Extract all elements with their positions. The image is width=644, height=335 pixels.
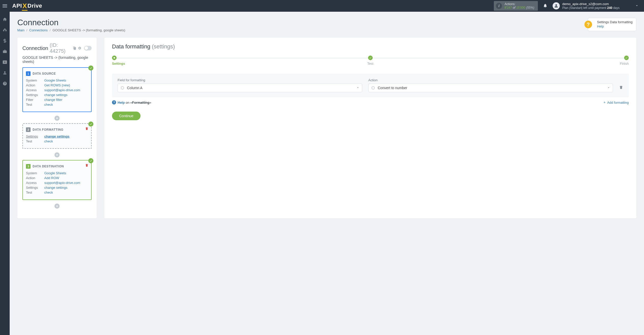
source-system-link[interactable]: Google Sheets	[44, 78, 66, 82]
add-formatting-button[interactable]: Add formatting	[603, 101, 629, 104]
breadcrumb-connections[interactable]: Connections	[29, 28, 48, 32]
source-settings-link[interactable]: change settings	[44, 93, 67, 97]
right-title: Data formatting (settings)	[112, 43, 629, 50]
dest-access-link[interactable]: support@apix-drive.com	[44, 181, 80, 185]
help-inline[interactable]: ? Help on «Formatting»	[112, 100, 151, 104]
svg-rect-0	[3, 30, 4, 31]
add-formatting-label: Add formatting	[607, 101, 629, 104]
logo-drive: Drive	[27, 3, 42, 9]
step-test[interactable]: Test	[367, 56, 373, 65]
card-data-formatting: 2 DATA FORMATTING Settingschange setting…	[22, 123, 92, 149]
video-icon[interactable]	[2, 60, 7, 65]
card-number-1: 1	[26, 71, 31, 76]
remove-row-icon[interactable]	[619, 85, 623, 92]
step-done-dot	[368, 56, 373, 60]
source-action-link[interactable]: Get ROWS (new)	[44, 83, 70, 87]
hamburger-icon	[3, 4, 7, 7]
add-after-destination[interactable]: +	[54, 204, 60, 209]
delete-formatting-icon[interactable]	[85, 127, 89, 131]
card-data-source: 1 DATA SOURCE SystemGoogle Sheets Action…	[22, 67, 92, 112]
connection-toggle[interactable]	[84, 46, 92, 50]
action-value: Convert to number	[378, 86, 407, 90]
delete-destination-icon[interactable]	[85, 164, 89, 168]
field-formatting-label: Field for formatting	[118, 78, 362, 82]
card-number-2: 2	[26, 127, 31, 132]
page-title: Connection	[17, 18, 125, 27]
format-settings-link[interactable]: change settings	[44, 135, 69, 138]
gear-icon[interactable]	[78, 46, 81, 50]
card-source-label: DATA SOURCE	[33, 72, 56, 75]
side-rail	[0, 12, 10, 335]
actions-used: 8'247	[505, 6, 512, 9]
field-formatting-value: Column A	[127, 86, 143, 90]
svg-rect-2	[6, 30, 6, 31]
user-menu[interactable]: demo_apix-drive_s2@com.com Plan |Standar…	[553, 2, 627, 10]
breadcrumb-main[interactable]: Main	[17, 28, 24, 32]
add-after-source[interactable]: +	[54, 116, 60, 121]
user-plan: Plan |Standart| left until payment 240 d…	[562, 6, 620, 10]
step-done-dot	[624, 56, 629, 60]
actions-label: Actions:	[505, 2, 534, 6]
user-email: demo_apix-drive_s2@com.com	[562, 2, 620, 6]
topbar: API X Drive i Actions: 8'247 of 15'000 (…	[0, 0, 644, 12]
info-icon: i	[496, 3, 502, 9]
continue-button[interactable]: Continue	[112, 112, 141, 120]
check-badge-icon	[88, 158, 93, 163]
left-panel: Connection (ID: 44275) GOOGLE SHEETS -> …	[17, 38, 97, 218]
formatting-row: Field for formatting Column A Action Con…	[112, 74, 629, 97]
help-icon[interactable]	[2, 81, 7, 86]
dest-test-link[interactable]: check	[44, 191, 53, 194]
card-data-destination: 3 DATA DESTINATION SystemGoogle Sheets A…	[22, 160, 92, 200]
breadcrumb: Main / Connections / GOOGLE SHEETS -> (f…	[17, 28, 125, 32]
breadcrumb-current: GOOGLE SHEETS -> (formatting, google she…	[52, 28, 125, 32]
sitemap-icon[interactable]	[2, 28, 7, 33]
logo-api: API	[12, 3, 22, 9]
dest-system-link[interactable]: Google Sheets	[44, 171, 66, 175]
help-badge-icon[interactable]: ?	[584, 21, 592, 28]
lp-id: (ID: 44275)	[50, 42, 71, 54]
help-badge-text: Settings Data formatting	[597, 20, 633, 24]
radio-icon	[121, 86, 124, 89]
svg-rect-1	[5, 29, 5, 30]
radio-icon	[372, 86, 375, 89]
user-avatar-icon	[553, 2, 560, 9]
check-badge-icon	[88, 65, 93, 71]
actions-of: of	[512, 6, 516, 9]
actions-pct: (55%)	[526, 6, 534, 9]
actions-counter[interactable]: i Actions: 8'247 of 15'000 (55%)	[494, 1, 538, 11]
user-icon[interactable]	[2, 70, 7, 75]
step-settings[interactable]: Settings	[112, 56, 125, 65]
source-test-link[interactable]: check	[44, 103, 53, 106]
action-label: Action	[368, 78, 613, 82]
actions-total: 15'000	[516, 6, 525, 9]
user-dropdown-chevron[interactable]	[632, 4, 641, 8]
copy-icon[interactable]	[73, 46, 76, 50]
help-word: Help	[118, 101, 125, 104]
question-icon: ?	[112, 100, 116, 104]
format-test-link[interactable]: check	[44, 139, 53, 143]
dest-action-link[interactable]: Add ROW	[44, 176, 59, 180]
source-access-link[interactable]: support@apix-drive.com	[44, 88, 80, 92]
logo-x: X	[22, 2, 27, 11]
action-select[interactable]: Convert to number	[368, 84, 613, 92]
hamburger-menu[interactable]	[0, 0, 10, 12]
chevron-down-icon	[607, 86, 610, 90]
notifications-icon[interactable]	[543, 3, 548, 9]
card-dest-label: DATA DESTINATION	[33, 165, 64, 168]
add-after-formatting[interactable]: +	[54, 152, 60, 157]
lp-title: Connection	[22, 45, 48, 51]
step-finish[interactable]: Finish	[620, 56, 629, 65]
step-current-dot	[112, 56, 117, 60]
logo[interactable]: API X Drive	[10, 2, 45, 10]
right-panel: Data formatting (settings) Settings Test…	[104, 38, 636, 218]
dollar-icon[interactable]	[2, 38, 7, 43]
help-badge-link[interactable]: Help	[597, 24, 604, 28]
check-badge-icon	[88, 122, 93, 127]
briefcase-icon[interactable]	[2, 49, 7, 54]
field-formatting-select[interactable]: Column A	[118, 84, 362, 92]
card-number-3: 3	[26, 164, 31, 169]
lp-subtitle: GOOGLE SHEETS -> (formatting, google she…	[22, 56, 92, 64]
dest-settings-link[interactable]: change settings	[44, 186, 67, 190]
home-icon[interactable]	[2, 17, 7, 22]
source-filter-link[interactable]: change filter	[44, 98, 62, 102]
